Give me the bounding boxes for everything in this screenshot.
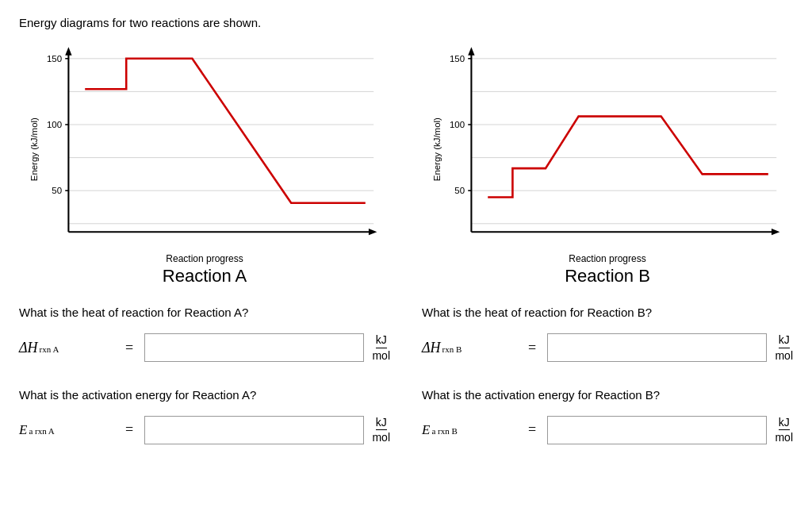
unit-num-ea-a: kJ xyxy=(376,416,387,431)
reaction-b-line xyxy=(488,117,768,198)
svg-marker-22 xyxy=(772,229,779,235)
ea-formula-a: Ea rxn A xyxy=(19,422,114,438)
ea-formula-b: Ea rxn B xyxy=(422,422,517,438)
ea-input-row-a: Ea rxn A = kJ mol xyxy=(19,416,390,445)
heat-question-text-b: What is the heat of reaction for Reactio… xyxy=(422,306,793,319)
delta-h-b: ΔH xyxy=(422,340,441,356)
unit-ea-b: kJ mol xyxy=(775,416,793,445)
unit-den-ea-a: mol xyxy=(372,430,390,444)
heat-question-text-a: What is the heat of reaction for Reactio… xyxy=(19,306,390,319)
x-axis-label-b: Reaction progress xyxy=(569,253,645,264)
chart-svg-b: 150 100 50 Energy (kJ/mol) xyxy=(422,42,793,248)
y-axis-label-b: Energy (kJ/mol) xyxy=(432,117,442,181)
e-a: E xyxy=(19,422,27,438)
heat-question-a: What is the heat of reaction for Reactio… xyxy=(19,306,390,382)
heat-question-b: What is the heat of reaction for Reactio… xyxy=(422,306,793,382)
heat-sub-b: rxn B xyxy=(442,344,462,354)
diagrams-row: 150 100 50 Energy (kJ/mol) Reaction prog… xyxy=(19,42,793,286)
heat-input-row-b: ΔHrxn B = kJ mol xyxy=(422,333,793,363)
ea-question-text-a: What is the activation energy for Reacti… xyxy=(19,388,390,402)
y-axis-label-a: Energy (kJ/mol) xyxy=(29,117,39,181)
ea-input-a[interactable] xyxy=(144,416,364,444)
chart-area-b: 150 100 50 Energy (kJ/mol) xyxy=(422,42,793,252)
ea-question-text-b: What is the activation energy for Reacti… xyxy=(422,388,793,402)
heat-input-row-a: ΔHrxn A = kJ mol xyxy=(19,333,390,363)
equals-heat-a: = xyxy=(125,340,133,356)
y-label-150-b: 150 xyxy=(450,54,465,63)
diagram-a: 150 100 50 Energy (kJ/mol) Reaction prog… xyxy=(19,42,390,286)
reaction-a-line xyxy=(85,59,366,203)
heat-formula-a: ΔHrxn A xyxy=(19,340,114,356)
unit-num-ea-b: kJ xyxy=(779,416,790,431)
chart-svg-a: 150 100 50 Energy (kJ/mol) xyxy=(19,42,390,248)
delta-h-a: ΔH xyxy=(19,340,38,356)
unit-heat-a: kJ mol xyxy=(372,333,390,363)
y-label-100-a: 100 xyxy=(47,120,62,129)
e-b: E xyxy=(422,422,430,438)
heat-input-a[interactable] xyxy=(144,333,364,362)
heat-questions-row: What is the heat of reaction for Reactio… xyxy=(19,306,793,382)
x-axis-label-a: Reaction progress xyxy=(166,253,243,264)
unit-den-heat-a: mol xyxy=(372,348,390,363)
svg-marker-7 xyxy=(65,47,71,55)
ea-input-b[interactable] xyxy=(547,416,767,444)
unit-num-heat-b: kJ xyxy=(779,333,790,348)
reaction-a-label: Reaction A xyxy=(163,266,247,286)
ea-sub-b: a rxn B xyxy=(431,426,457,436)
unit-heat-b: kJ mol xyxy=(775,333,793,363)
y-label-150-a: 150 xyxy=(47,54,62,63)
equals-heat-b: = xyxy=(528,340,536,356)
ea-sub-a: a rxn A xyxy=(29,426,54,436)
reaction-b-label: Reaction B xyxy=(565,266,650,286)
unit-den-heat-b: mol xyxy=(775,348,793,363)
y-label-50-b: 50 xyxy=(454,186,465,195)
chart-area-a: 150 100 50 Energy (kJ/mol) xyxy=(19,42,390,252)
heat-input-b[interactable] xyxy=(547,333,767,362)
svg-marker-9 xyxy=(369,229,377,235)
svg-marker-20 xyxy=(468,47,474,55)
equals-ea-a: = xyxy=(125,421,133,438)
heat-sub-a: rxn A xyxy=(40,344,59,354)
unit-num-heat-a: kJ xyxy=(376,333,387,348)
unit-ea-a: kJ mol xyxy=(372,416,390,445)
ea-question-b: What is the activation energy for Reacti… xyxy=(422,388,793,464)
y-label-50-a: 50 xyxy=(52,186,62,195)
ea-questions-row: What is the activation energy for Reacti… xyxy=(19,388,793,464)
diagram-b: 150 100 50 Energy (kJ/mol) Reaction prog… xyxy=(422,42,793,286)
ea-question-a: What is the activation energy for Reacti… xyxy=(19,388,390,464)
equals-ea-b: = xyxy=(528,421,536,438)
unit-den-ea-b: mol xyxy=(775,430,793,444)
y-label-100-b: 100 xyxy=(450,120,465,129)
heat-formula-b: ΔHrxn B xyxy=(422,340,517,356)
page-title: Energy diagrams for two reactions are sh… xyxy=(19,16,793,29)
ea-input-row-b: Ea rxn B = kJ mol xyxy=(422,416,793,445)
